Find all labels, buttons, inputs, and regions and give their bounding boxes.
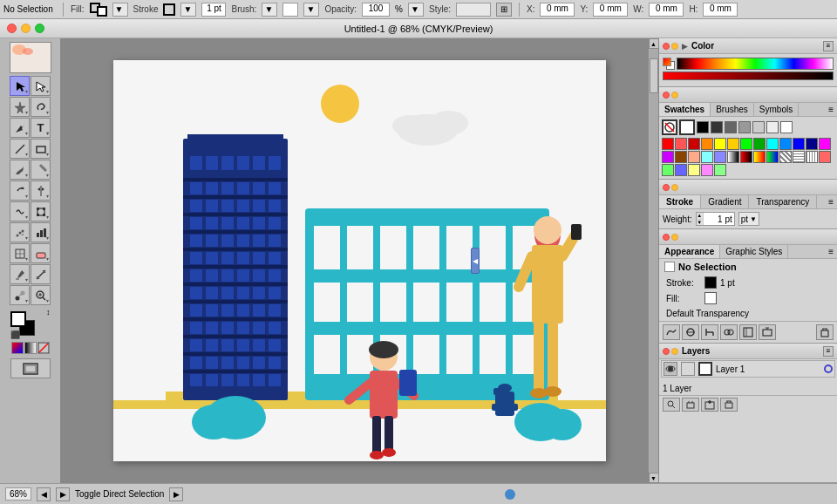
slice-tool[interactable]: ▾ [10, 243, 30, 263]
type-tool[interactable]: T▾ [31, 118, 51, 138]
swatch-off-white[interactable] [766, 121, 779, 133]
gradient-btn[interactable] [24, 342, 37, 354]
h-input[interactable]: 0 mm [703, 3, 738, 17]
swatch-gradient-rb[interactable] [740, 151, 752, 163]
stroke-type-dropdown[interactable]: ▼ [180, 3, 196, 17]
graph-tool[interactable]: ▾ [31, 222, 51, 242]
layers-minimize[interactable] [663, 348, 678, 355]
swatch-pink[interactable] [701, 164, 713, 176]
swatch-dark-green[interactable] [753, 138, 766, 150]
nav-left-btn[interactable]: ◀ [37, 487, 51, 501]
swatch-lighter-gray[interactable] [752, 121, 765, 133]
layer-collect-btn[interactable] [682, 398, 699, 412]
layer-find-btn[interactable] [663, 398, 680, 412]
swatch-pattern-1[interactable] [779, 151, 792, 163]
swatch-salmon[interactable] [819, 151, 831, 163]
measure-tool[interactable] [31, 264, 51, 284]
pen-tool[interactable]: ▾ [10, 118, 30, 138]
app-tool-2[interactable] [682, 324, 699, 340]
selection-tool[interactable]: ▾ [10, 76, 30, 96]
tab-symbols[interactable]: Symbols [754, 103, 799, 116]
stroke-pt-input[interactable]: 1 pt [201, 3, 226, 17]
stroke-options[interactable]: ≡ [825, 195, 837, 208]
pt-unit-dropdown[interactable]: pt ▼ [738, 212, 759, 226]
lasso-tool[interactable]: ▾ [31, 97, 51, 117]
weight-input[interactable] [704, 215, 734, 224]
style-options-btn[interactable]: ⊞ [496, 3, 512, 17]
swatch-dark-blue[interactable] [806, 138, 818, 150]
weight-arrows[interactable]: ▲ ▼ [697, 213, 704, 225]
app-tool-6[interactable] [759, 324, 776, 340]
solid-color-btn[interactable] [11, 342, 24, 354]
layer-1-row[interactable]: Layer 1 [661, 360, 835, 378]
color-hue-bar[interactable] [677, 58, 834, 70]
default-colors-btn[interactable]: ⬛ [10, 330, 20, 339]
swap-colors-btn[interactable]: ↕ [46, 308, 51, 317]
swatch-lavender[interactable] [714, 151, 726, 163]
app-tool-4[interactable] [720, 324, 738, 340]
appearance-minimize[interactable] [663, 234, 678, 241]
brush-type-dropdown[interactable]: ▼ [303, 3, 319, 17]
reflect-tool[interactable]: ▾ [31, 180, 51, 201]
swatch-blue[interactable] [793, 138, 805, 150]
swatch-gradient-yr[interactable] [753, 151, 766, 163]
fill-stroke-indicator[interactable] [90, 3, 107, 17]
w-input[interactable]: 0 mm [649, 3, 684, 17]
fill-type-dropdown[interactable]: ▼ [112, 3, 128, 17]
fill-color-swatch[interactable] [704, 292, 717, 304]
swatch-black[interactable] [697, 121, 709, 133]
canvas-area[interactable]: ▲ ▼ ◀ [61, 38, 658, 483]
tab-transparency[interactable]: Transparency [749, 195, 817, 208]
swatch-dark-red[interactable] [688, 138, 700, 150]
symbol-spray-tool[interactable]: ▾ [10, 222, 30, 242]
swatch-peach[interactable] [688, 151, 700, 163]
app-tool-3[interactable] [701, 324, 718, 340]
swatches-options[interactable]: ≡ [825, 103, 837, 116]
tab-graphic-styles[interactable]: Graphic Styles [720, 245, 788, 258]
swatch-gradient-bw[interactable] [727, 151, 739, 163]
selection-checkbox[interactable] [664, 262, 675, 272]
zoom-button[interactable] [35, 24, 44, 33]
tab-stroke[interactable]: Stroke [659, 195, 701, 208]
swatch-purple[interactable] [662, 151, 674, 163]
swatch-teal[interactable] [701, 151, 713, 163]
app-tool-5[interactable] [739, 324, 757, 340]
color-panel-options[interactable]: ≡ [823, 41, 834, 51]
paintbrush-tool[interactable]: ▾ [10, 160, 30, 180]
page-indicator[interactable] [505, 489, 515, 500]
panel-minimize[interactable] [663, 43, 678, 50]
weight-down-arrow[interactable]: ▼ [697, 220, 703, 226]
layers-options-btn[interactable]: ≡ [823, 346, 834, 357]
swatch-light-gray[interactable] [738, 121, 751, 133]
swatch-pattern-2[interactable] [793, 151, 805, 163]
stroke-color-swatch[interactable] [704, 276, 717, 289]
layer-new-btn[interactable] [701, 398, 718, 412]
swatch-red[interactable] [662, 138, 674, 150]
shape-tool[interactable]: ▾ [31, 139, 51, 159]
minimize-button[interactable] [21, 24, 31, 33]
line-tool[interactable]: ▾ [10, 139, 30, 159]
app-delete-btn[interactable] [816, 324, 834, 340]
y-input[interactable]: 0 mm [593, 3, 628, 17]
collapse-panel-btn[interactable]: ◀ [471, 248, 480, 274]
warp-tool[interactable]: ▾ [10, 201, 30, 221]
white-swatch[interactable] [679, 119, 695, 135]
stroke-minimize[interactable] [663, 184, 678, 191]
style-dropdown[interactable] [456, 3, 491, 17]
nav-toggle-btn[interactable]: ▶ [56, 487, 70, 501]
tab-brushes[interactable]: Brushes [711, 103, 754, 116]
swatch-dark-gray[interactable] [711, 121, 723, 133]
swatch-cyan[interactable] [766, 138, 779, 150]
opacity-input[interactable]: 100 [362, 3, 390, 17]
swatch-mint[interactable] [714, 164, 726, 176]
swatch-pattern-3[interactable] [806, 151, 818, 163]
swatch-lime[interactable] [662, 164, 674, 176]
swatch-brown[interactable] [675, 151, 687, 163]
color-red-slider[interactable] [663, 72, 834, 80]
weight-up-arrow[interactable]: ▲ [697, 213, 703, 220]
color-fg-swatch[interactable] [663, 58, 675, 70]
eyedropper-tool[interactable]: ▾ [10, 264, 30, 284]
direct-selection-tool[interactable]: ▾ [31, 76, 51, 96]
tab-gradient[interactable]: Gradient [701, 195, 749, 208]
swatch-pale-yellow[interactable] [688, 164, 700, 176]
